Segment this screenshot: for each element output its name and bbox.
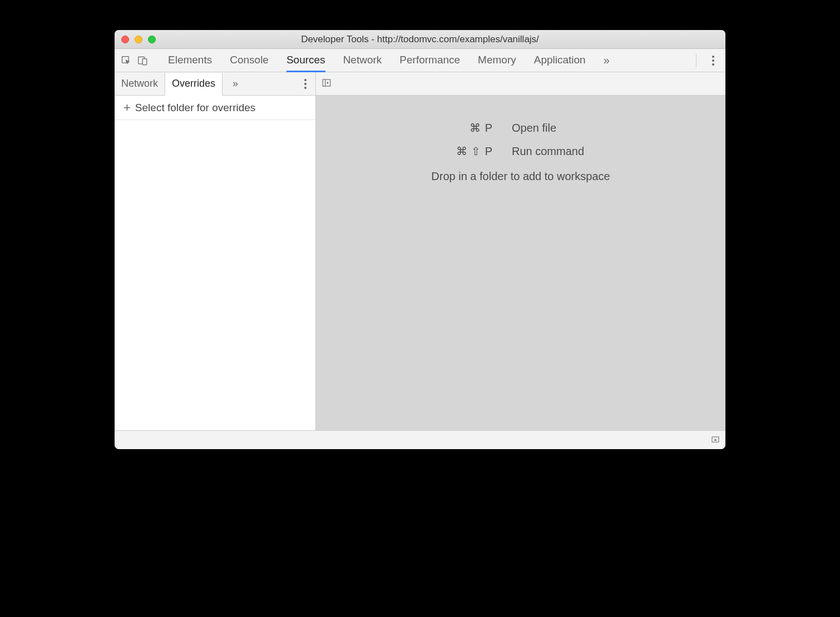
subtab-overrides[interactable]: Overrides (165, 73, 223, 96)
run-command-shortcut: ⌘ ⇧ P (404, 145, 493, 158)
tab-sources[interactable]: Sources (286, 49, 325, 72)
window-titlebar: Developer Tools - http://todomvc.com/exa… (115, 30, 725, 49)
navigator-sidebar: + Select folder for overrides (115, 96, 316, 430)
tab-performance[interactable]: Performance (399, 49, 460, 72)
tab-memory[interactable]: Memory (478, 49, 516, 72)
navigator-tabs: Network Overrides » (115, 72, 316, 95)
svg-rect-2 (142, 58, 147, 64)
maximize-window-button[interactable] (148, 36, 156, 43)
subtab-network[interactable]: Network (115, 72, 165, 95)
minimize-window-button[interactable] (135, 36, 142, 43)
bottom-bar (115, 430, 725, 449)
main-toolbar: Elements Console Sources Network Perform… (115, 49, 725, 72)
tab-network[interactable]: Network (343, 49, 382, 72)
plus-icon: + (123, 101, 131, 115)
settings-menu-icon[interactable] (708, 51, 719, 70)
tab-console[interactable]: Console (230, 49, 269, 72)
open-file-shortcut: ⌘ P (404, 121, 493, 135)
drop-folder-hint: Drop in a folder to add to workspace (431, 170, 610, 183)
window-title: Developer Tools - http://todomvc.com/exa… (115, 34, 725, 45)
editor-placeholder: ⌘ P Open file ⌘ ⇧ P Run command Drop in … (316, 96, 725, 430)
hint-open-file: ⌘ P Open file (404, 121, 638, 135)
toolbar-divider (696, 54, 696, 67)
toggle-navigator-icon[interactable] (322, 78, 332, 90)
select-folder-label: Select folder for overrides (135, 102, 256, 114)
inspect-element-icon[interactable] (118, 49, 135, 72)
tab-elements[interactable]: Elements (168, 49, 212, 72)
toolbar-right (696, 51, 722, 70)
hint-run-command: ⌘ ⇧ P Run command (404, 145, 638, 158)
show-drawer-icon[interactable] (711, 435, 720, 446)
tabs-overflow-icon[interactable]: » (604, 54, 610, 67)
tab-application[interactable]: Application (534, 49, 586, 72)
editor-tabstrip (316, 72, 725, 95)
panel-tabs: Elements Console Sources Network Perform… (168, 49, 586, 72)
sources-subtabs-row: Network Overrides » (115, 72, 725, 96)
sources-body: + Select folder for overrides ⌘ P Open f… (115, 96, 725, 430)
subtabs-overflow-icon[interactable]: » (233, 78, 238, 89)
devtools-window: Developer Tools - http://todomvc.com/exa… (115, 30, 725, 449)
select-folder-button[interactable]: + Select folder for overrides (115, 96, 315, 120)
navigator-menu-icon[interactable] (300, 74, 311, 93)
open-file-label: Open file (512, 122, 638, 135)
window-controls (121, 36, 156, 43)
close-window-button[interactable] (121, 36, 129, 43)
device-toolbar-icon[interactable] (135, 49, 151, 72)
editor-hints: ⌘ P Open file ⌘ ⇧ P Run command Drop in … (316, 96, 725, 183)
run-command-label: Run command (512, 145, 638, 158)
